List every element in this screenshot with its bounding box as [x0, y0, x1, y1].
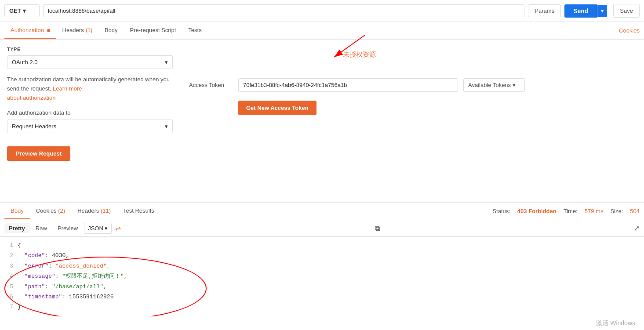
code-area: 1 { 2 "code": 4030, 3 "error": "access_d… — [0, 237, 644, 316]
req-headers-chevron: ▾ — [165, 123, 168, 130]
code-line-6: 6 "timestamp": 1553591162926 — [4, 292, 640, 302]
access-token-label: Access Token — [189, 82, 233, 88]
cookies-link[interactable]: Cookies — [619, 27, 640, 34]
access-token-input[interactable] — [238, 78, 458, 92]
expand-button[interactable]: ⤢ — [634, 224, 640, 232]
main-content: TYPE OAuth 2.0 ▾ The authorization data … — [0, 40, 644, 202]
add-auth-label: Add authorization data to — [7, 109, 173, 116]
size-label: Size: — [610, 208, 623, 214]
request-headers-select[interactable]: Request Headers ▾ — [7, 120, 173, 133]
auth-dot — [47, 29, 50, 32]
time-label: Time: — [564, 208, 578, 214]
tab-authorization[interactable]: Authorization — [4, 22, 56, 39]
code-tab-preview[interactable]: Preview — [53, 223, 82, 233]
code-line-7: 7 } — [4, 302, 640, 312]
response-tabs: Body Cookies (2) Headers (11) Test Resul… — [0, 203, 644, 220]
arrow-svg — [312, 31, 400, 66]
code-line-4: 4 "message": "权限不足,拒绝访问！", — [4, 271, 640, 281]
tab-body[interactable]: Body — [98, 22, 124, 39]
code-line-2: 2 "code": 4030, — [4, 250, 640, 261]
resp-tab-cookies[interactable]: Cookies (2) — [30, 203, 71, 219]
send-btn-group: Send ▾ — [564, 4, 607, 18]
code-tab-pretty[interactable]: Pretty — [4, 223, 29, 233]
url-bar: GET ▾ Params Send ▾ Save — [0, 0, 644, 22]
send-dropdown-button[interactable]: ▾ — [597, 5, 607, 17]
right-panel: 未授权资源 Access Token Available Tokens ▾ Ge… — [180, 40, 644, 202]
status-value: 403 Forbidden — [517, 208, 557, 214]
json-format-select[interactable]: JSON ▾ — [84, 223, 112, 234]
code-format-tabs: Pretty Raw Preview JSON ▾ ⇌ ⧉ ⤢ — [0, 220, 644, 237]
type-chevron: ▾ — [165, 59, 168, 65]
windows-activation: 激活 Windows — [587, 317, 644, 330]
send-button[interactable]: Send — [564, 4, 597, 18]
code-line-1: 1 { — [4, 240, 640, 250]
code-line-5: 5 "path": "/base/api/all", — [4, 282, 640, 292]
response-status-area: Status: 403 Forbidden Time: 579 ms Size:… — [492, 208, 640, 214]
annotation-area: 未授权资源 — [189, 48, 635, 75]
oauth-value: OAuth 2.0 — [12, 59, 38, 65]
type-select[interactable]: OAuth 2.0 ▾ — [7, 55, 173, 69]
wrap-button[interactable]: ⇌ — [115, 224, 121, 232]
available-tokens-chevron: ▾ — [513, 82, 516, 88]
params-button[interactable]: Params — [528, 4, 561, 17]
available-tokens-label: Available Tokens — [468, 82, 511, 88]
save-button[interactable]: Save — [613, 4, 640, 18]
left-panel: TYPE OAuth 2.0 ▾ The authorization data … — [0, 40, 180, 202]
method-label: GET — [9, 7, 21, 14]
tab-headers[interactable]: Headers (1) — [56, 22, 98, 39]
get-new-token-button[interactable]: Get New Access Token — [238, 101, 317, 115]
code-line-3: 3 "error": "access_denied", — [4, 261, 640, 271]
learn-more-link[interactable]: Learn more — [53, 85, 82, 92]
json-chevron: ▾ — [105, 225, 108, 232]
time-value: 579 ms — [585, 208, 604, 214]
type-label: TYPE — [7, 47, 173, 52]
resp-tab-test-results[interactable]: Test Results — [117, 203, 160, 219]
copy-button[interactable]: ⧉ — [375, 225, 380, 232]
method-select[interactable]: GET ▾ — [4, 4, 40, 17]
about-auth-link[interactable]: about authorization — [7, 94, 56, 101]
method-chevron: ▾ — [23, 7, 26, 14]
auth-desc: The authorization data will be automatic… — [7, 75, 173, 102]
size-value: 504 — [630, 208, 640, 214]
resp-tab-body[interactable]: Body — [4, 203, 30, 219]
tab-tests[interactable]: Tests — [182, 22, 207, 39]
svg-line-1 — [334, 35, 365, 57]
status-label: Status: — [492, 208, 510, 214]
tab-prerequest[interactable]: Pre-request Script — [124, 22, 182, 39]
available-tokens-select[interactable]: Available Tokens ▾ — [463, 78, 525, 92]
access-token-row: Access Token Available Tokens ▾ — [189, 78, 635, 92]
url-input[interactable] — [43, 4, 524, 17]
code-tab-raw[interactable]: Raw — [31, 223, 51, 233]
response-section: Body Cookies (2) Headers (11) Test Resul… — [0, 202, 644, 316]
req-headers-label: Request Headers — [12, 123, 56, 130]
preview-request-button[interactable]: Preview Request — [7, 146, 70, 161]
resp-tab-headers[interactable]: Headers (11) — [71, 203, 117, 219]
